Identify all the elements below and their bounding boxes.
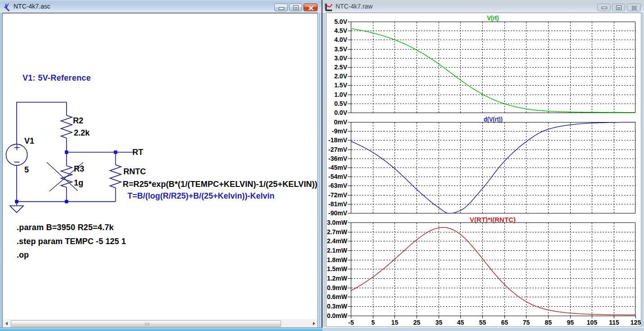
svg-text:115: 115: [609, 319, 619, 326]
svg-text:-5: -5: [348, 319, 354, 326]
svg-text:35: 35: [435, 319, 443, 326]
svg-text:R3: R3: [74, 164, 84, 173]
svg-text:R=R25*exp(B*(1/(TEMPC+KELVIN)-: R=R25*exp(B*(1/(TEMPC+KELVIN)-1/(25+KELV…: [123, 180, 318, 189]
svg-text:-27mV: -27mV: [328, 146, 348, 153]
svg-text:3.0mW: 3.0mW: [327, 219, 348, 226]
svg-text:V1: V1: [24, 136, 34, 145]
svg-text:3.5V: 3.5V: [334, 45, 347, 53]
svg-text:-45mV: -45mV: [328, 164, 348, 171]
svg-text:0.3mW: 0.3mW: [327, 303, 348, 310]
svg-text:0.9mW: 0.9mW: [327, 284, 348, 291]
svg-text:-81mV: -81mV: [328, 200, 348, 208]
svg-text:RNTC: RNTC: [123, 167, 146, 176]
svg-text:4.5V: 4.5V: [334, 27, 347, 34]
svg-text:5: 5: [24, 165, 29, 174]
svg-text:R2: R2: [73, 116, 83, 125]
svg-text:45: 45: [457, 319, 464, 326]
svg-text:-9mV: -9mV: [332, 127, 348, 135]
svg-text:4.0V: 4.0V: [334, 36, 347, 43]
svg-text:125: 125: [630, 319, 641, 326]
svg-text:25: 25: [413, 319, 421, 326]
svg-text:1.5mW: 1.5mW: [327, 265, 348, 272]
svg-text:.step param TEMPC -5 125 1: .step param TEMPC -5 125 1: [17, 237, 126, 246]
svg-text:.op: .op: [17, 250, 29, 259]
svg-text:65: 65: [501, 319, 508, 326]
svg-text:V(rt): V(rt): [487, 14, 499, 22]
svg-text:RT: RT: [132, 148, 143, 157]
svg-text:0mV: 0mV: [334, 118, 347, 126]
svg-text:T=B/(log(R/R25)+B/(25+Kelvin)): T=B/(log(R/R25)+B/(25+Kelvin))-Kelvin: [127, 191, 275, 200]
svg-text:-63mV: -63mV: [328, 182, 348, 189]
svg-text:1.8mW: 1.8mW: [327, 256, 348, 263]
svg-text:1.0V: 1.0V: [334, 91, 347, 98]
svg-text:105: 105: [587, 319, 598, 326]
svg-text:55: 55: [479, 319, 486, 326]
svg-text:15: 15: [391, 319, 399, 326]
svg-text:1g: 1g: [74, 178, 83, 187]
svg-text:1.5V: 1.5V: [334, 82, 347, 89]
svg-text:2.2k: 2.2k: [74, 128, 90, 137]
svg-text:75: 75: [523, 319, 530, 326]
svg-text:2.5V: 2.5V: [334, 63, 347, 71]
svg-text:V(RT)*I(RNTC): V(RT)*I(RNTC): [470, 216, 516, 223]
svg-text:1.2mW: 1.2mW: [327, 275, 348, 282]
svg-text:2.7mW: 2.7mW: [327, 228, 348, 236]
svg-text:V1: 5V-Reference: V1: 5V-Reference: [23, 73, 91, 82]
svg-text:0.6mW: 0.6mW: [327, 293, 348, 300]
svg-text:-54mV: -54mV: [328, 173, 348, 180]
svg-text:2.1mW: 2.1mW: [327, 247, 348, 254]
svg-text:2.4mW: 2.4mW: [327, 237, 348, 245]
svg-text:5.0V: 5.0V: [334, 18, 347, 25]
svg-text:-72mV: -72mV: [328, 191, 348, 199]
svg-text:0.5V: 0.5V: [334, 100, 347, 107]
svg-text:85: 85: [545, 319, 552, 326]
svg-text:.param B=3950 R25=4.7k: .param B=3950 R25=4.7k: [17, 223, 114, 232]
svg-text:5: 5: [372, 319, 375, 326]
svg-text:-36mV: -36mV: [328, 155, 348, 162]
svg-text:-18mV: -18mV: [328, 136, 348, 144]
svg-text:0.0V: 0.0V: [334, 109, 347, 116]
svg-text:-90mV: -90mV: [328, 209, 348, 217]
svg-text:2.0V: 2.0V: [334, 73, 347, 80]
svg-text:3.0V: 3.0V: [334, 54, 347, 62]
svg-text:0.0mW: 0.0mW: [327, 312, 348, 319]
svg-text:95: 95: [567, 319, 574, 326]
svg-text:d(V(rt)): d(V(rt)): [484, 116, 503, 123]
